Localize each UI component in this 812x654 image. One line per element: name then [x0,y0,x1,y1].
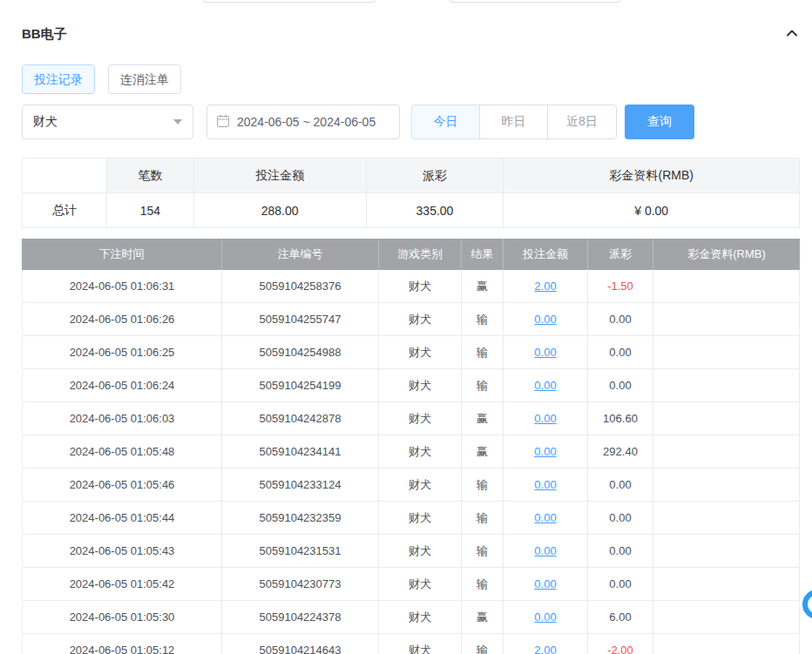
bet-time: 2024-06-05 01:05:48 [23,435,222,468]
order-number: 5059104254199 [222,369,379,401]
game-type: 财犬 [379,270,462,302]
game-select[interactable]: 财犬 [22,105,193,139]
order-number: 5059104255747 [222,303,379,335]
bet-amount-link[interactable]: 2.00 [534,280,556,293]
payout: 0.00 [588,568,653,600]
game-type: 财犬 [379,634,462,654]
summary-header-count: 笔数 [107,158,194,193]
table-row: 2024-06-05 01:05:44 5059104232359 财犬 输 0… [23,502,800,535]
summary-total-row: 总计 154 288.00 335.00 ¥ 0.00 [23,193,800,228]
date-range-input[interactable]: 2024-06-05 ~ 2024-06-05 [206,105,400,139]
order-number: 5059104224378 [222,601,379,633]
bet-amount-link[interactable]: 0.00 [534,379,556,392]
bet-amount-link[interactable]: 0.00 [534,478,556,491]
game-type: 财犬 [379,535,462,567]
bet-time: 2024-06-05 01:05:12 [23,634,222,654]
order-number: 5059104234141 [222,435,379,468]
bet-amount-link[interactable]: 0.00 [534,346,556,359]
bet-amount-link[interactable]: 0.00 [534,313,556,326]
bonus [653,568,800,600]
calendar-icon [216,114,230,131]
game-type: 财犬 [379,303,462,335]
panel-header: BB电子 [22,26,800,43]
collapse-panel-button[interactable] [784,27,800,43]
payout: 0.00 [588,502,653,534]
range-today-button[interactable]: 今日 [411,105,480,139]
payout: -2.00 [588,634,653,654]
range-yesterday-button[interactable]: 昨日 [479,105,548,139]
payout: 0.00 [588,369,653,401]
game-select-value: 财犬 [33,114,58,130]
order-number: 5059104242878 [222,402,379,435]
filter-row: 财犬 2024-06-05 ~ 2024-06-05 今日 昨日 近8日 查询 [22,105,800,139]
bet-time: 2024-06-05 01:05:43 [23,535,222,567]
table-row: 2024-06-05 01:06:24 5059104254199 财犬 输 0… [23,369,800,402]
result: 输 [462,502,504,534]
table-header-row: 下注时间 注单编号 游戏类别 结果 投注金额 派彩 彩金资料(RMB) [22,239,800,270]
bonus [653,634,800,654]
summary-header-bonus: 彩金资料(RMB) [504,158,800,193]
bet-amount-link[interactable]: 0.00 [534,610,556,624]
table-row: 2024-06-05 01:05:30 5059104224378 财犬 赢 0… [23,601,800,634]
bet-time: 2024-06-05 01:06:26 [23,303,222,335]
bet-amount-link[interactable]: 0.00 [534,445,556,458]
header-payout: 派彩 [588,239,653,270]
game-type: 财犬 [379,502,462,534]
table-row: 2024-06-05 01:06:31 5059104258376 财犬 赢 2… [23,270,800,303]
range-last8days-button[interactable]: 近8日 [547,105,617,139]
tab-bet-records[interactable]: 投注记录 [22,64,95,94]
table-row: 2024-06-05 01:06:25 5059104254988 财犬 输 0… [23,336,800,369]
bet-amount-link[interactable]: 0.00 [534,511,556,524]
result: 输 [462,535,504,567]
bonus [653,535,800,567]
payout: -1.50 [588,270,653,302]
table-row: 2024-06-05 01:06:03 5059104242878 财犬 赢 0… [23,402,800,435]
table-row: 2024-06-05 01:05:12 5059104214643 财犬 输 2… [23,634,800,654]
result: 输 [462,336,504,368]
bet-amount-link[interactable]: 2.00 [534,644,556,654]
bet-amount-link[interactable]: 0.00 [534,577,556,590]
summary-payout-value: 335.00 [367,193,504,228]
payout: 0.00 [588,303,653,335]
bet-amount-link[interactable]: 0.00 [534,412,556,425]
order-number: 5059104214643 [222,634,379,654]
game-type: 财犬 [379,568,462,600]
order-number: 5059104232359 [222,502,379,534]
tab-cancelled-orders[interactable]: 连消注单 [108,64,181,94]
summary-header-payout: 派彩 [367,158,504,193]
top-input-partial-1[interactable] [203,0,376,3]
payout: 6.00 [588,601,653,633]
header-bet-amount: 投注金额 [504,239,588,270]
date-range-value: 2024-06-05 ~ 2024-06-05 [237,115,376,129]
bonus [653,402,800,435]
bet-time: 2024-06-05 01:05:42 [23,568,222,600]
bonus [653,469,800,501]
summary-header-bet-amount: 投注金额 [194,158,367,193]
game-type: 财犬 [379,402,462,435]
bonus [653,502,800,534]
result: 输 [462,634,504,654]
query-button[interactable]: 查询 [625,105,694,139]
page-title: BB电子 [22,26,67,43]
top-input-partial-2[interactable] [449,0,621,3]
game-type: 财犬 [379,336,462,368]
order-number: 5059104254988 [222,336,379,368]
game-type: 财犬 [379,369,462,401]
bonus [653,601,800,633]
table-row: 2024-06-05 01:06:26 5059104255747 财犬 输 0… [23,303,800,336]
bet-amount-link[interactable]: 0.00 [534,544,556,557]
summary-header-blank [23,158,107,193]
order-number: 5059104230773 [222,568,379,600]
result: 赢 [462,601,504,633]
header-result: 结果 [462,239,504,270]
bet-time: 2024-06-05 01:05:44 [23,502,222,534]
result: 赢 [462,402,504,435]
header-bonus: 彩金资料(RMB) [653,239,800,270]
order-number: 5059104231531 [222,535,379,567]
result: 赢 [462,435,504,468]
bet-time: 2024-06-05 01:06:31 [23,270,222,302]
result: 输 [462,369,504,401]
bet-time: 2024-06-05 01:06:25 [23,336,222,368]
bet-records-table: 下注时间 注单编号 游戏类别 结果 投注金额 派彩 彩金资料(RMB) 2024… [22,239,800,654]
result: 输 [462,469,504,501]
